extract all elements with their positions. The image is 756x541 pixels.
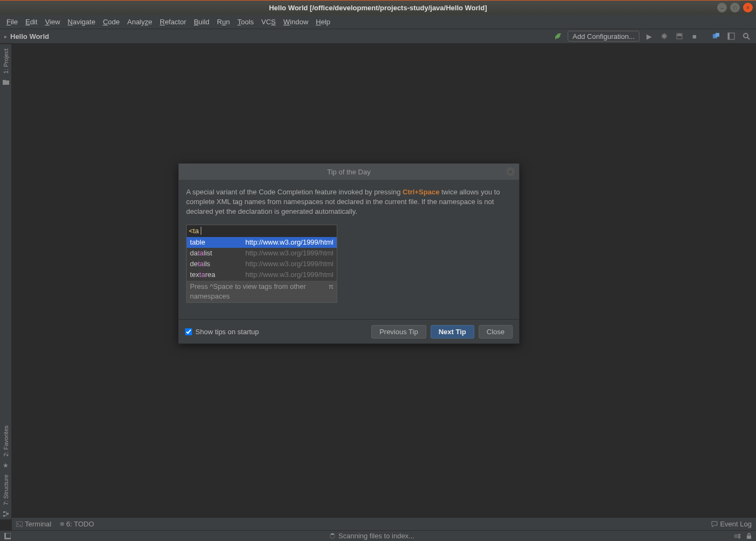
menu-navigate[interactable]: Navigate [64,17,98,27]
status-bar: Scanning files to index... [0,530,756,541]
completion-item[interactable]: detailshttp://www.w3.org/1999/html [187,259,337,269]
tip-shortcut: Ctrl+Space [403,188,439,196]
svg-point-6 [744,33,748,38]
svg-rect-5 [728,33,730,39]
completion-item[interactable]: tablehttp://www.w3.org/1999/html [187,237,337,248]
dialog-titlebar: Tip of the Day × [179,164,519,180]
menu-help[interactable]: Help [312,17,333,27]
menu-file[interactable]: File [3,17,21,27]
window-controls: – □ × [717,3,753,12]
tip-text: A special variant of the Code Completion… [186,187,512,217]
speech-icon [711,521,718,528]
show-tips-label: Show tips on startup [195,328,259,336]
svg-line-7 [747,37,750,39]
caret-icon [199,227,201,235]
menu-code[interactable]: Code [100,17,123,27]
svg-point-16 [735,536,737,537]
menu-refactor[interactable]: Refactor [156,17,189,27]
build-icon[interactable] [553,31,563,42]
stop-icon[interactable]: ■ [689,31,700,42]
menubar: File Edit View Navigate Code Analyze Ref… [0,15,756,29]
dialog-body: A special variant of the Code Completion… [179,180,519,315]
completion-item[interactable]: textareahttp://www.w3.org/1999/html [187,269,337,280]
dialog-footer: Show tips on startup Previous Tip Next T… [179,320,519,343]
tool-favorites[interactable]: 2: Favorites [3,423,9,458]
svg-rect-17 [738,534,740,535]
toggle-tool-windows-icon[interactable] [726,31,737,42]
svg-rect-3 [716,33,719,37]
menu-window[interactable]: Window [280,17,311,27]
tool-eventlog[interactable]: Event Log [711,520,752,528]
close-icon[interactable]: × [743,3,753,12]
left-tool-strip: 1: Project 2: Favorites ★ 7: Structure [0,44,12,519]
toolbar-right: Add Configuration... ▶ ■ [553,31,752,42]
svg-rect-20 [747,536,751,539]
svg-rect-14 [4,538,11,539]
menu-build[interactable]: Build [190,17,213,27]
status-text: Scanning files to index... [338,532,414,540]
code-input: <ta [187,225,337,237]
window-title: Hello World [/office/development/project… [269,4,487,12]
show-tips-input[interactable] [185,328,192,335]
spinner-icon [330,533,335,539]
menu-run[interactable]: Run [214,17,233,27]
breadcrumb-item[interactable]: Hello World [10,32,49,40]
menu-edit[interactable]: Edit [22,17,40,27]
pi-icon: π [329,282,333,301]
minimize-icon[interactable]: – [717,3,727,12]
star-icon: ★ [3,462,9,469]
inspection-icon[interactable] [733,532,741,540]
tip-prefix: A special variant of the Code Completion… [186,188,403,196]
status-message: Scanning files to index... [11,532,733,540]
debug-icon[interactable] [659,31,670,42]
svg-rect-19 [738,537,740,538]
folder-icon [2,79,10,85]
tool-terminal[interactable]: Terminal [16,520,51,528]
bottom-tool-bar: Terminal ≡ 6: TODO Event Log [12,517,756,530]
lock-icon[interactable] [746,533,752,539]
code-completion-popup: <ta tablehttp://www.w3.org/1999/htmldata… [186,225,337,303]
list-icon: ≡ [60,520,64,528]
dialog-close-icon[interactable]: × [506,167,515,176]
tip-of-the-day-dialog: Tip of the Day × A special variant of th… [178,163,520,344]
next-tip-button[interactable]: Next Tip [431,325,474,339]
show-tips-checkbox[interactable]: Show tips on startup [185,328,259,336]
close-dialog-button[interactable]: Close [479,325,513,339]
svg-rect-9 [3,515,5,517]
coverage-icon[interactable] [674,31,685,42]
tool-todo-label: 6: TODO [66,520,94,528]
menu-vcs[interactable]: VCS [258,17,279,27]
svg-rect-11 [16,522,23,527]
run-icon[interactable]: ▶ [644,31,655,42]
navigation-bar: ▸ Hello World Add Configuration... ▶ ■ [0,29,756,44]
maximize-icon[interactable]: □ [730,3,740,12]
tool-eventlog-label: Event Log [720,520,752,528]
breadcrumb-sep-icon: ▸ [4,33,7,39]
window-titlebar: Hello World [/office/development/project… [0,0,756,15]
svg-rect-10 [7,513,9,515]
svg-rect-8 [3,511,5,513]
tool-terminal-label: Terminal [25,520,51,528]
dialog-title-text: Tip of the Day [327,168,370,176]
svg-rect-18 [738,536,740,537]
menu-view[interactable]: View [42,17,63,27]
tool-todo[interactable]: ≡ 6: TODO [60,520,94,528]
structure-icon [3,511,9,517]
breadcrumb: ▸ Hello World [4,32,49,40]
tool-project[interactable]: 1: Project [3,46,9,76]
menu-tools[interactable]: Tools [234,17,257,27]
tool-structure[interactable]: 7: Structure [3,472,9,508]
search-icon[interactable] [741,31,752,42]
completion-hint: Press ^Space to view tags from other nam… [187,281,337,302]
previous-tip-button[interactable]: Previous Tip [371,325,426,339]
completion-item[interactable]: datalisthttp://www.w3.org/1999/html [187,248,337,259]
project-structure-icon[interactable] [711,31,721,42]
hide-tool-windows-icon[interactable] [4,533,11,539]
menu-analyze[interactable]: Analyze [124,17,155,27]
add-configuration-button[interactable]: Add Configuration... [568,31,639,42]
